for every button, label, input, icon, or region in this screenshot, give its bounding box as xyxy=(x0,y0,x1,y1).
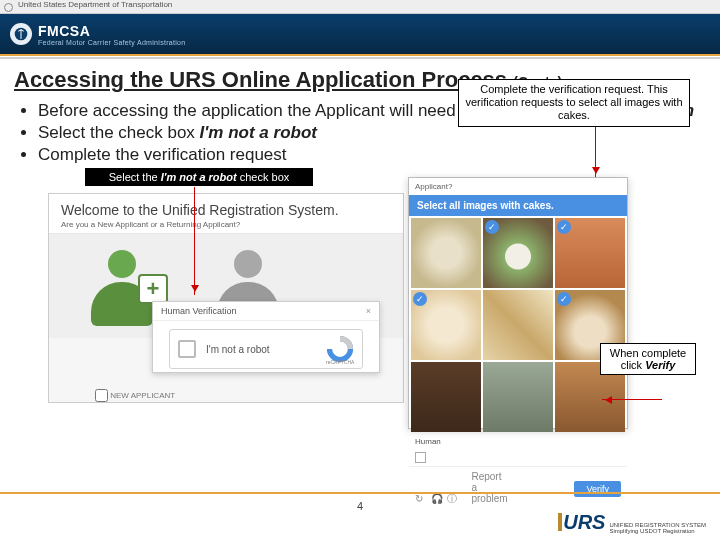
captcha-human-checkbox[interactable] xyxy=(415,452,426,463)
captcha-tile[interactable]: ✓ xyxy=(411,290,481,360)
urs-logo: URS UNIFIED REGISTRATION SYSTEM Simplify… xyxy=(558,511,706,534)
dialog-title: Human Verification xyxy=(161,306,237,316)
robot-checkbox[interactable] xyxy=(178,340,196,358)
captcha-tile[interactable]: ✓ xyxy=(483,218,553,288)
arrow-icon xyxy=(602,399,662,400)
verify-button[interactable]: Verify xyxy=(574,481,621,497)
plus-icon: + xyxy=(138,274,168,304)
report-link[interactable]: Report a problem xyxy=(471,471,483,483)
bullet-item: Complete the verification request xyxy=(38,145,706,165)
recaptcha-widget[interactable]: I'm not a robot reCAPTCHA xyxy=(169,329,363,369)
captcha-tile[interactable] xyxy=(411,362,481,432)
captcha-tile[interactable] xyxy=(483,362,553,432)
check-icon: ✓ xyxy=(557,292,571,306)
arrow-icon xyxy=(194,187,195,295)
welcome-question: Are you a New Applicant or a Returning A… xyxy=(61,220,391,229)
callout-click-verify: When complete click Verify xyxy=(600,343,696,375)
captcha-context: Applicant? xyxy=(409,178,627,195)
screenshot-captcha: Applicant? Select all images with cakes.… xyxy=(408,177,628,429)
agency-banner: FMCSA Federal Motor Carrier Safety Admin… xyxy=(0,14,720,54)
new-applicant-checkbox[interactable]: NEW APPLICANT xyxy=(95,389,175,402)
captcha-grid: ✓ ✓ ✓ ✓ xyxy=(409,216,627,434)
captcha-human-row: Human xyxy=(409,434,627,449)
recaptcha-badge-icon: reCAPTCHA xyxy=(326,335,354,363)
robot-label: I'm not a robot xyxy=(206,344,326,355)
captcha-tile[interactable]: ✓ xyxy=(555,218,625,288)
fmcsa-logo-icon xyxy=(10,23,32,45)
captcha-instruction: Select all images with cakes. xyxy=(409,195,627,216)
browser-chrome: United States Department of Transportati… xyxy=(0,0,720,14)
human-verification-dialog: Human Verification× I'm not a robot reCA… xyxy=(152,301,380,373)
divider xyxy=(0,54,720,56)
captcha-tile[interactable] xyxy=(483,290,553,360)
welcome-heading: Welcome to the Unified Registration Syst… xyxy=(61,202,391,218)
callout-select-checkbox: Select the I'm not a robot check box xyxy=(84,167,314,187)
check-icon: ✓ xyxy=(557,220,571,234)
arrow-icon xyxy=(595,119,596,177)
callout-complete-verification: Complete the verification request. This … xyxy=(458,79,690,127)
agency-name: FMCSA xyxy=(38,23,186,39)
divider xyxy=(0,492,720,494)
agency-sub: Federal Motor Carrier Safety Administrat… xyxy=(38,39,186,46)
captcha-tile[interactable] xyxy=(411,218,481,288)
check-icon: ✓ xyxy=(485,220,499,234)
check-icon: ✓ xyxy=(413,292,427,306)
close-icon[interactable]: × xyxy=(366,306,371,316)
